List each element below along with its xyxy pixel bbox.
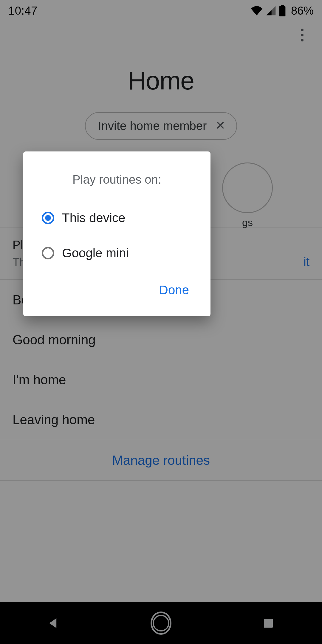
radio-icon bbox=[42, 212, 54, 224]
radio-option-this-device[interactable]: This device bbox=[23, 203, 210, 233]
play-routines-dialog: Play routines on: This device Google min… bbox=[23, 151, 210, 316]
radio-label: Google mini bbox=[62, 246, 129, 260]
modal-scrim[interactable] bbox=[0, 0, 322, 644]
dialog-actions: Done bbox=[23, 268, 210, 301]
dialog-title: Play routines on: bbox=[23, 173, 210, 186]
radio-option-google-mini[interactable]: Google mini bbox=[23, 238, 210, 268]
done-button[interactable]: Done bbox=[153, 279, 196, 301]
radio-icon bbox=[42, 247, 54, 259]
radio-label: This device bbox=[62, 211, 125, 225]
